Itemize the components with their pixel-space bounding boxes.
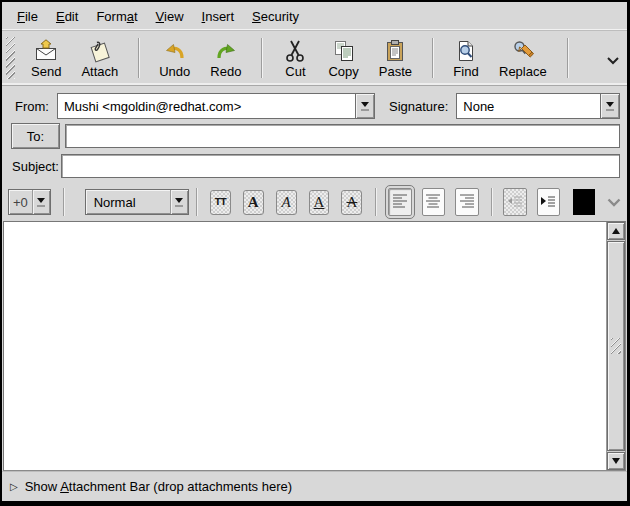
signature-label: Signature: <box>375 99 456 114</box>
align-left-button[interactable] <box>388 188 411 216</box>
toolbar-button-label: Paste <box>379 65 412 79</box>
message-body-editor[interactable] <box>3 221 626 471</box>
label-segment: a <box>127 9 134 24</box>
menu-file[interactable]: File <box>8 5 47 28</box>
editor-scrollbar[interactable] <box>606 222 625 470</box>
menu-view[interactable]: View <box>147 5 193 28</box>
bold-toggle-button[interactable]: A <box>243 190 264 215</box>
toolbar-button-label: Find <box>453 65 478 79</box>
scrollbar-thumb[interactable] <box>607 241 625 451</box>
toolbar-button-label: Replace <box>499 65 547 79</box>
toolbar-separator <box>138 38 139 78</box>
label-segment: E <box>56 9 65 24</box>
format-separator <box>63 188 64 216</box>
from-value: Mushi <mgoldin@redhat.com> <box>58 94 355 118</box>
toolbar-button-label: Attach <box>81 65 118 79</box>
from-row: From: Mushi <mgoldin@redhat.com> Signatu… <box>2 91 620 121</box>
copy-button[interactable]: Copy <box>318 35 368 82</box>
menu-insert[interactable]: Insert <box>193 5 244 28</box>
font-color-swatch-button[interactable] <box>573 189 595 215</box>
label-segment: S <box>252 9 261 24</box>
unindent-icon <box>506 192 524 213</box>
toolbar-separator <box>567 38 568 78</box>
from-label: From: <box>2 99 57 114</box>
label-segment: Show <box>25 479 60 494</box>
scrollbar-grip <box>611 338 621 354</box>
subject-label: Subject: <box>2 159 61 174</box>
label-segment: Form <box>96 9 126 24</box>
align-center-button[interactable] <box>422 188 445 216</box>
strikethrough-toggle-button[interactable]: A <box>341 190 362 215</box>
replace-icon <box>510 38 536 64</box>
unindent-button <box>503 188 526 216</box>
expander-triangle-icon[interactable]: ▷ <box>10 482 18 492</box>
toolbar-separator <box>261 38 262 78</box>
send-icon <box>33 38 59 64</box>
chevron-down-icon[interactable] <box>600 94 619 118</box>
label-segment: F <box>17 9 25 24</box>
replace-button[interactable]: Replace <box>489 35 557 82</box>
label-segment: iew <box>164 9 184 24</box>
toolbar-button-label: Send <box>31 65 61 79</box>
subject-row: Subject: <box>2 151 620 181</box>
chevron-down-icon[interactable] <box>32 190 50 214</box>
label-segment: V <box>156 9 164 24</box>
paragraph-style-select[interactable]: Normal <box>85 189 189 215</box>
menu-edit[interactable]: Edit <box>47 5 87 28</box>
typewriter-toggle-button[interactable]: TT <box>210 190 231 215</box>
paste-button[interactable]: Paste <box>369 35 422 82</box>
main-toolbar: Send Attach Undo <box>2 31 627 86</box>
composer-headers: From: Mushi <mgoldin@redhat.com> Signatu… <box>2 86 627 183</box>
format-separator <box>491 188 492 216</box>
label-segment: nsert <box>205 9 234 24</box>
subject-input[interactable] <box>61 154 620 178</box>
paragraph-style-value: Normal <box>86 190 170 214</box>
mail-composer-window: File Edit Format View Insert Security Se… <box>0 0 630 506</box>
toolbar-button-label: Copy <box>328 65 358 79</box>
format-toolbar: +0 Normal TT A A A A <box>2 183 627 221</box>
cut-button[interactable]: Cut <box>272 35 318 82</box>
align-center-icon <box>424 192 442 213</box>
label-segment: ile <box>25 9 38 24</box>
toolbar-separator <box>432 38 433 78</box>
format-separator <box>196 188 197 216</box>
chevron-down-icon[interactable] <box>170 190 188 214</box>
undo-icon <box>162 38 188 64</box>
triangle-down-icon <box>612 458 620 464</box>
menu-format[interactable]: Format <box>87 5 146 28</box>
label-segment: dit <box>65 9 79 24</box>
triangle-up-icon <box>612 228 620 234</box>
chevron-down-icon[interactable] <box>355 94 374 118</box>
to-input[interactable] <box>65 124 620 148</box>
font-size-value: +0 <box>9 190 32 214</box>
to-button[interactable]: To: <box>11 123 60 149</box>
toolbar-overflow-chevron[interactable] <box>607 53 619 68</box>
attach-icon <box>87 38 113 64</box>
menu-security[interactable]: Security <box>243 5 308 28</box>
scroll-down-button[interactable] <box>607 452 625 470</box>
label-segment: t <box>134 9 138 24</box>
align-right-button[interactable] <box>455 188 478 216</box>
signature-value: None <box>457 94 600 118</box>
toolbar-grip[interactable] <box>6 37 15 79</box>
indent-button[interactable] <box>537 188 560 216</box>
signature-select[interactable]: None <box>456 93 620 119</box>
send-button[interactable]: Send <box>21 35 71 82</box>
font-size-select[interactable]: +0 <box>8 189 51 215</box>
scroll-up-button[interactable] <box>607 222 625 240</box>
cut-icon <box>282 38 308 64</box>
to-row: To: <box>2 121 620 151</box>
label-segment: A <box>60 479 69 494</box>
format-overflow-chevron[interactable] <box>607 195 621 210</box>
undo-button[interactable]: Undo <box>149 35 200 82</box>
attachment-bar-toggle[interactable]: ▷ Show Attachment Bar (drop attachments … <box>2 471 627 501</box>
underline-toggle-button[interactable]: A <box>309 190 330 215</box>
attach-button[interactable]: Attach <box>71 35 128 82</box>
italic-toggle-button[interactable]: A <box>276 190 297 215</box>
redo-icon <box>213 38 239 64</box>
paste-icon <box>382 38 408 64</box>
redo-button[interactable]: Redo <box>200 35 251 82</box>
message-body-text[interactable] <box>4 222 605 470</box>
find-button[interactable]: Find <box>443 35 489 82</box>
from-select[interactable]: Mushi <mgoldin@redhat.com> <box>57 93 375 119</box>
